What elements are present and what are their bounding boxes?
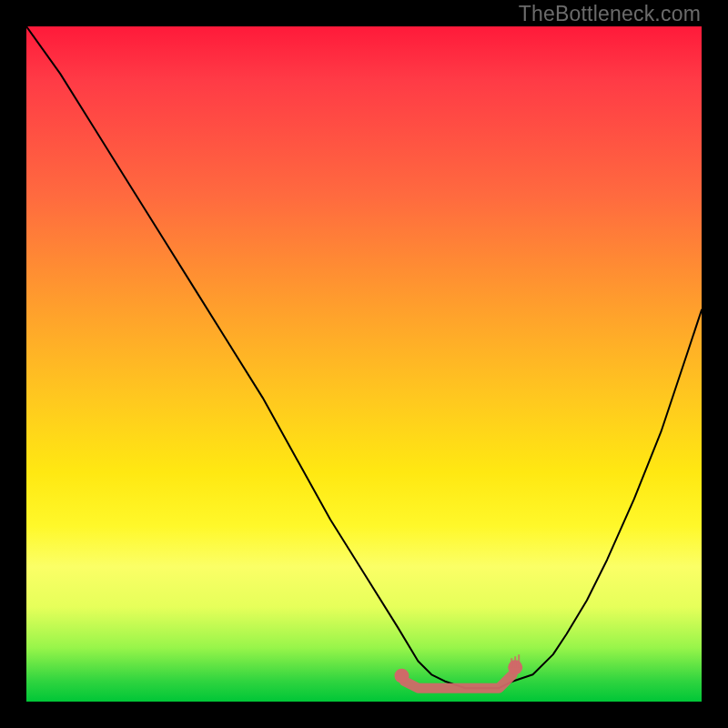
flat-zone-band — [405, 674, 513, 688]
flat-zone-whisker — [511, 658, 512, 667]
marker-group — [395, 654, 523, 688]
watermark-label: TheBottleneck.com — [519, 2, 701, 26]
chart-frame: TheBottleneck.com — [0, 0, 728, 728]
plot-area — [26, 26, 702, 702]
curve-svg — [26, 26, 702, 702]
flat-zone-whisker — [514, 656, 516, 667]
curve-group — [26, 26, 702, 688]
bottleneck-curve-path — [26, 26, 702, 688]
flat-zone-marker — [395, 669, 410, 683]
flat-zone-whisker — [518, 654, 520, 667]
